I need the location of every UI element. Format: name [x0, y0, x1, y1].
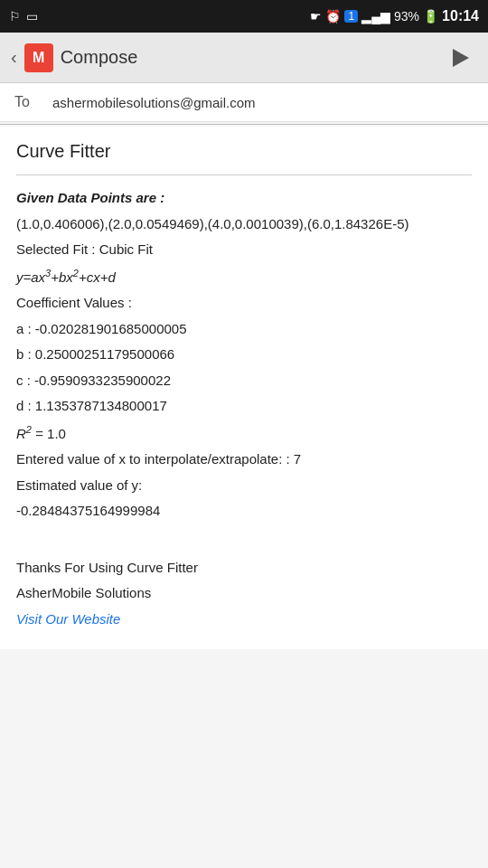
- exponent-r2: 2: [26, 424, 32, 435]
- back-button[interactable]: ‹: [11, 47, 17, 68]
- email-subject: Curve Fitter: [16, 141, 472, 162]
- formula-line: y=ax3+bx2+cx+d: [16, 266, 472, 288]
- gmail-icon: M: [24, 43, 53, 72]
- notification-badge: 1: [344, 10, 358, 23]
- b-value: b : 0.25000251179500066: [16, 344, 472, 365]
- app-bar-left: ‹ M Compose: [11, 43, 137, 72]
- thanks-line1: Thanks For Using Curve Fitter: [16, 558, 472, 579]
- selected-fit: Selected Fit : Cubic Fit: [16, 240, 472, 260]
- exponent-2: 2: [73, 268, 79, 278]
- given-data-bold: Given Data Points are :: [16, 190, 164, 205]
- c-value: c : -0.9590933235900022: [16, 371, 472, 392]
- data-points: (1.0,0.406006),(2.0,0.0549469),(4.0,0.00…: [16, 214, 472, 235]
- given-data-label: Given Data Points are :: [16, 188, 472, 209]
- compose-title: Compose: [61, 47, 138, 68]
- status-left-icons: ⚐ ▭: [9, 9, 38, 24]
- to-row: To: [0, 83, 488, 122]
- eye-icon: ☛: [310, 9, 322, 24]
- r-squared: R2 = 1.0: [16, 422, 472, 445]
- signal-bars-icon: ▂▄▆: [361, 9, 390, 24]
- header-divider: [0, 124, 488, 125]
- status-bar: ⚐ ▭ ☛ ⏰ 1 ▂▄▆ 93% 🔋 10:14: [0, 0, 488, 33]
- to-input[interactable]: [52, 95, 474, 110]
- d-value: d : 1.1353787134800017: [16, 396, 472, 417]
- status-time: 10:14: [442, 8, 479, 24]
- status-right-area: ☛ ⏰ 1 ▂▄▆ 93% 🔋 10:14: [310, 8, 479, 24]
- coefficient-label: Coefficient Values :: [16, 293, 472, 314]
- subject-divider: [16, 175, 472, 175]
- image-icon: ▭: [26, 9, 38, 24]
- footer-section: Thanks For Using Curve Fitter AsherMobil…: [16, 558, 472, 630]
- content-area: Curve Fitter Given Data Points are : (1.…: [0, 127, 488, 649]
- formula-text: y=ax3+bx2+cx+d: [16, 269, 116, 285]
- send-icon: [453, 49, 469, 67]
- send-button[interactable]: [445, 42, 477, 74]
- visit-link[interactable]: Visit Our Website: [16, 609, 472, 630]
- a-value: a : -0.020281901685000005: [16, 319, 472, 340]
- thanks-line2: AsherMobile Solutions: [16, 583, 472, 604]
- email-body: Given Data Points are : (1.0,0.406006),(…: [16, 188, 472, 629]
- estimated-value: -0.28484375164999984: [16, 501, 472, 522]
- app-bar: ‹ M Compose: [0, 33, 488, 83]
- visit-website-link[interactable]: Visit Our Website: [16, 611, 120, 627]
- alarm-icon: ⏰: [325, 9, 341, 24]
- usb-icon: ⚐: [9, 9, 21, 24]
- estimated-label: Estimated value of y:: [16, 476, 472, 496]
- exponent-3: 3: [45, 268, 51, 278]
- battery-icon: 🔋: [423, 9, 438, 24]
- battery-percent: 93%: [394, 9, 419, 24]
- to-label: To: [14, 94, 42, 110]
- interpolate-label: Entered value of x to interpolate/extrap…: [16, 449, 472, 470]
